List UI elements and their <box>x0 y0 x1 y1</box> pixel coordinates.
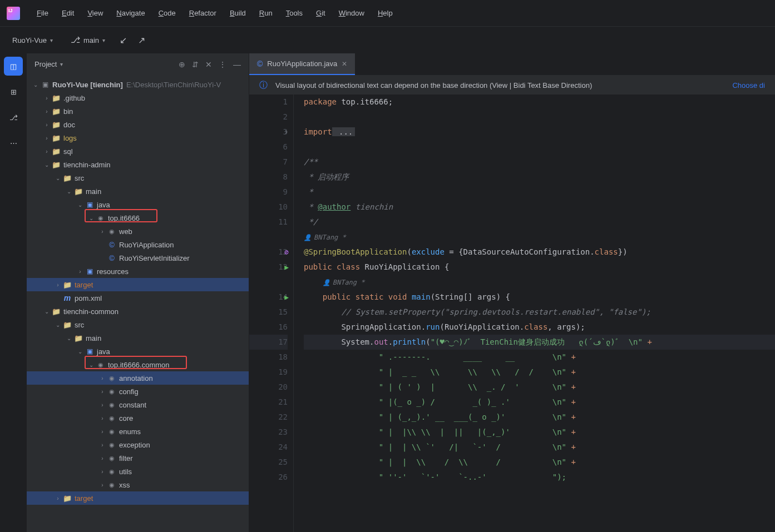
tree-row[interactable]: ›core <box>27 411 249 425</box>
more-tools-button[interactable]: ⋯ <box>4 133 23 152</box>
gutter-line[interactable]: 8 <box>249 170 288 185</box>
panel-title-selector[interactable]: Project ▾ <box>34 60 63 68</box>
gutter-line[interactable]: 7 <box>249 155 288 170</box>
gutter-line[interactable] <box>249 275 288 290</box>
menu-git[interactable]: Git <box>310 7 331 19</box>
gutter-line[interactable]: 16 <box>249 320 288 335</box>
panel-menu-icon[interactable]: ⋮ <box>219 60 226 69</box>
gutter-line[interactable]: 21 <box>249 395 288 410</box>
collapse-icon[interactable]: ✕ <box>205 60 212 69</box>
tree-arrow-icon[interactable]: › <box>98 429 107 435</box>
gutter-line[interactable]: 1 <box>249 95 288 110</box>
tree-row[interactable]: ›xss <box>27 478 249 491</box>
tree-row[interactable]: ⌄top.it6666.common <box>27 358 249 371</box>
tree-row[interactable]: ⌄main <box>27 331 249 345</box>
gutter-line[interactable]: 9 <box>249 185 288 200</box>
tree-row[interactable]: pom.xml <box>27 291 249 305</box>
tree-arrow-icon[interactable]: › <box>42 148 51 155</box>
structure-tool-button[interactable]: ⊞ <box>4 82 23 101</box>
tree-arrow-icon[interactable]: › <box>98 228 107 235</box>
tree-row[interactable]: ⌄RuoYi-Vue [tienchin]E:\Desktop\TienChin… <box>27 78 249 91</box>
tree-arrow-icon[interactable]: › <box>42 135 51 141</box>
gutter-line[interactable]: 13 <box>249 260 288 275</box>
menu-build[interactable]: Build <box>224 7 251 19</box>
menu-window[interactable]: Window <box>333 7 370 19</box>
select-opened-file-icon[interactable]: ⊕ <box>179 60 185 69</box>
menu-view[interactable]: View <box>82 7 108 19</box>
gutter-line[interactable]: 3 <box>249 125 288 140</box>
tree-row[interactable]: ›filter <box>27 451 249 465</box>
tree-arrow-icon[interactable]: ⌄ <box>42 162 51 168</box>
tree-arrow-icon[interactable]: ⌄ <box>87 215 96 221</box>
vcs-tool-button[interactable]: ⎇ <box>4 108 23 127</box>
gutter-line[interactable]: 6 <box>249 140 288 155</box>
tree-arrow-icon[interactable]: › <box>98 402 107 408</box>
tree-arrow-icon[interactable]: › <box>42 108 51 115</box>
tree-row[interactable]: ›logs <box>27 131 249 145</box>
vcs-push-icon[interactable]: ↗ <box>138 35 145 46</box>
gutter-line[interactable]: 2 <box>249 110 288 125</box>
gutter-line[interactable]: 23 <box>249 425 288 440</box>
tree-row[interactable]: ⌄tienchin-admin <box>27 158 249 171</box>
tree-arrow-icon[interactable]: ⌄ <box>31 82 40 88</box>
gutter-line[interactable]: 10 <box>249 200 288 215</box>
tree-arrow-icon[interactable]: ⌄ <box>76 202 85 208</box>
tree-arrow-icon[interactable]: › <box>98 482 107 488</box>
gutter-line[interactable]: 19 <box>249 365 288 380</box>
tree-row[interactable]: ⌄java <box>27 345 249 358</box>
tree-arrow-icon[interactable]: › <box>98 389 107 395</box>
tree-row[interactable]: ⌄main <box>27 185 249 198</box>
tree-row[interactable]: ›utils <box>27 465 249 478</box>
code-content[interactable]: package top.it6666; import ... /** * 启动程… <box>294 95 775 532</box>
gutter-line[interactable]: 26 <box>249 470 288 485</box>
code-editor[interactable]: 1236789101112131415161718192021222324252… <box>249 95 775 532</box>
tree-arrow-icon[interactable]: ⌄ <box>87 362 96 368</box>
tree-row[interactable]: ›resources <box>27 265 249 278</box>
tree-arrow-icon[interactable]: › <box>98 375 107 381</box>
tree-arrow-icon[interactable]: › <box>42 95 51 101</box>
tree-row[interactable]: ›bin <box>27 105 249 118</box>
tree-row[interactable]: ⌄src <box>27 171 249 185</box>
menu-edit[interactable]: Edit <box>56 7 80 19</box>
tree-arrow-icon[interactable]: › <box>98 415 107 421</box>
banner-action[interactable]: Choose di <box>732 81 765 90</box>
gutter-line[interactable]: 18 <box>249 350 288 365</box>
project-tree[interactable]: ⌄RuoYi-Vue [tienchin]E:\Desktop\TienChin… <box>27 76 249 532</box>
tree-arrow-icon[interactable]: ⌄ <box>65 188 73 195</box>
tree-arrow-icon[interactable]: › <box>76 269 85 275</box>
tree-row[interactable]: ›annotation <box>27 371 249 385</box>
tree-row[interactable]: RuoYiServletInitializer <box>27 251 249 265</box>
tree-row[interactable]: ⌄tienchin-common <box>27 305 249 318</box>
menu-tools[interactable]: Tools <box>280 7 308 19</box>
menu-file[interactable]: File <box>31 7 54 19</box>
tree-arrow-icon[interactable]: › <box>42 122 51 128</box>
tree-row[interactable]: ›target <box>27 278 249 291</box>
menu-refactor[interactable]: Refactor <box>184 7 222 19</box>
menu-run[interactable]: Run <box>254 7 278 19</box>
tree-row[interactable]: ⌄top.it6666 <box>27 211 249 225</box>
gutter-line[interactable]: 17 <box>249 335 288 350</box>
tree-row[interactable]: ›.github <box>27 91 249 105</box>
tree-arrow-icon[interactable]: › <box>98 469 107 475</box>
gutter-line[interactable]: 25 <box>249 455 288 470</box>
tree-row[interactable]: ›doc <box>27 118 249 131</box>
close-tab-icon[interactable]: ✕ <box>342 60 347 68</box>
branch-selector[interactable]: main ▾ <box>67 33 108 47</box>
gutter-line[interactable]: 24 <box>249 440 288 455</box>
menu-code[interactable]: Code <box>153 7 181 19</box>
tree-arrow-icon[interactable]: › <box>53 282 62 288</box>
hide-panel-icon[interactable]: — <box>233 60 241 69</box>
warning-gutter-icon[interactable] <box>284 245 289 260</box>
tree-arrow-icon[interactable]: ⌄ <box>53 322 62 328</box>
project-selector[interactable]: RuoYi-Vue ▾ <box>9 34 56 47</box>
menu-help[interactable]: Help <box>372 7 398 19</box>
tree-arrow-icon[interactable]: ⌄ <box>76 349 85 355</box>
tree-arrow-icon[interactable]: › <box>53 495 62 501</box>
tree-row[interactable]: ›exception <box>27 438 249 451</box>
run-gutter-icon[interactable] <box>284 260 289 275</box>
gutter-line[interactable] <box>249 230 288 245</box>
tree-arrow-icon[interactable]: › <box>98 455 107 461</box>
tree-row[interactable]: RuoYiApplication <box>27 238 249 251</box>
editor-tab[interactable]: RuoYiApplication.java ✕ <box>249 53 355 75</box>
tree-row[interactable]: ›web <box>27 225 249 238</box>
